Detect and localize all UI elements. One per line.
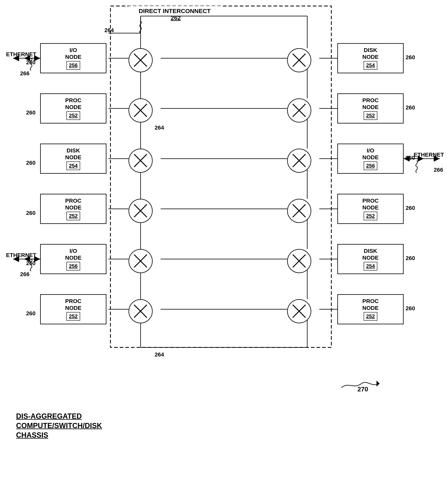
node-r1-right: DISKNODE 254 bbox=[337, 43, 404, 73]
node-r6-left: PROCNODE 252 bbox=[40, 294, 106, 324]
diagram-container: DIRECT INTERCONNECT 262 I/ONODE 256 DISK… bbox=[0, 0, 448, 491]
num-264-top: 264 bbox=[104, 27, 114, 34]
switch-r6-right bbox=[287, 299, 311, 323]
svg-marker-69 bbox=[376, 381, 380, 387]
num-266-right: 266 bbox=[434, 167, 443, 173]
direct-interconnect-label: DIRECT INTERCONNECT 262 bbox=[132, 8, 217, 21]
num-260-r5-left: 260 bbox=[26, 260, 36, 266]
node-r3-right: I/ONODE 256 bbox=[337, 144, 404, 174]
ethernet-left-top-label: ETHERNET bbox=[6, 51, 36, 58]
switch-r3-left bbox=[129, 149, 153, 173]
num-264-mid: 264 bbox=[155, 124, 164, 131]
node-r1-left: I/ONODE 256 bbox=[40, 43, 106, 73]
node-r2-right: PROCNODE 252 bbox=[337, 93, 404, 123]
switch-r1-left bbox=[129, 48, 153, 72]
num-260-r3-left: 260 bbox=[26, 160, 36, 166]
node-r2-left: PROCNODE 252 bbox=[40, 93, 106, 123]
switch-r2-left bbox=[129, 98, 153, 123]
switch-r2-right bbox=[287, 98, 311, 123]
num-270: 270 bbox=[357, 386, 368, 393]
num-260-r5-right: 260 bbox=[406, 255, 415, 262]
node-r4-right: PROCNODE 252 bbox=[337, 194, 404, 224]
node-r6-right: PROCNODE 252 bbox=[337, 294, 404, 324]
num-260-r1-right: 260 bbox=[406, 54, 415, 61]
num-266-left-mid: 266 bbox=[20, 271, 29, 278]
switch-r4-left bbox=[129, 199, 153, 223]
num-260-r2-left: 260 bbox=[26, 109, 36, 116]
switch-r5-left bbox=[129, 249, 153, 273]
switch-r1-right bbox=[287, 48, 311, 72]
ethernet-left-mid-label: ETHERNET bbox=[6, 252, 36, 258]
num-260-r2-right: 260 bbox=[406, 104, 415, 111]
switch-r6-left bbox=[129, 299, 153, 323]
bottom-label: DIS-AGGREGATED COMPUTE/SWITCH/DISK CHASS… bbox=[16, 412, 102, 440]
num-260-r6-right: 260 bbox=[406, 305, 415, 312]
num-260-r1-left: 260 bbox=[26, 59, 36, 66]
ethernet-right-label: ETHERNET bbox=[414, 152, 444, 158]
switch-r4-right bbox=[287, 199, 311, 223]
node-r5-left: I/ONODE 256 bbox=[40, 244, 106, 274]
num-260-r6-left: 260 bbox=[26, 310, 36, 317]
node-r4-left: PROCNODE 252 bbox=[40, 194, 106, 224]
node-r5-right: DISKNODE 254 bbox=[337, 244, 404, 274]
num-260-r4-right: 260 bbox=[406, 205, 415, 211]
num-266-left-top: 266 bbox=[20, 70, 29, 77]
switch-r5-right bbox=[287, 249, 311, 273]
num-264-bottom: 264 bbox=[155, 351, 164, 358]
switch-r3-right bbox=[287, 149, 311, 173]
num-260-r4-left: 260 bbox=[26, 210, 36, 216]
node-r3-left: DISKNODE 254 bbox=[40, 144, 106, 174]
